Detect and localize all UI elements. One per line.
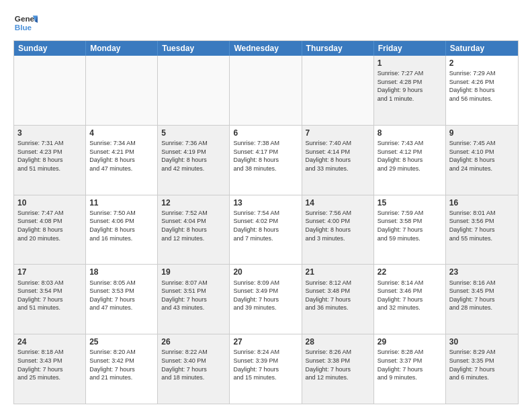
cell-info: Sunrise: 7:45 AM Sunset: 4:10 PM Dayligh… (449, 139, 515, 173)
day-number: 30 (449, 336, 515, 347)
calendar-cell-4: 4Sunrise: 7:34 AM Sunset: 4:21 PM Daylig… (86, 126, 158, 195)
calendar-cell-30: 30Sunrise: 8:29 AM Sunset: 3:35 PM Dayli… (446, 334, 518, 404)
header-day-thursday: Thursday (302, 41, 374, 56)
calendar-cell-10: 10Sunrise: 7:47 AM Sunset: 4:08 PM Dayli… (14, 195, 86, 265)
cell-info: Sunrise: 8:03 AM Sunset: 3:54 PM Dayligh… (17, 279, 82, 312)
cell-info: Sunrise: 7:40 AM Sunset: 4:14 PM Dayligh… (306, 139, 370, 173)
calendar-cell-9: 9Sunrise: 7:45 AM Sunset: 4:10 PM Daylig… (446, 126, 518, 195)
svg-text:Blue: Blue (15, 23, 32, 32)
logo-icon: General Blue (13, 11, 38, 35)
day-number: 12 (161, 197, 226, 208)
day-number: 10 (17, 197, 82, 208)
day-number: 13 (233, 197, 298, 208)
calendar-cell-28: 28Sunrise: 8:26 AM Sunset: 3:38 PM Dayli… (302, 334, 374, 404)
calendar-cell-18: 18Sunrise: 8:05 AM Sunset: 3:53 PM Dayli… (86, 265, 158, 334)
calendar-cell-15: 15Sunrise: 7:59 AM Sunset: 3:58 PM Dayli… (374, 195, 446, 265)
cell-info: Sunrise: 7:29 AM Sunset: 4:26 PM Dayligh… (449, 69, 515, 103)
day-number: 20 (233, 267, 298, 277)
calendar-row-4: 24Sunrise: 8:18 AM Sunset: 3:43 PM Dayli… (14, 334, 518, 404)
header-day-friday: Friday (374, 41, 446, 56)
cell-info: Sunrise: 8:20 AM Sunset: 3:42 PM Dayligh… (89, 348, 154, 381)
calendar-cell-25: 25Sunrise: 8:20 AM Sunset: 3:42 PM Dayli… (86, 334, 158, 404)
cell-info: Sunrise: 7:38 AM Sunset: 4:17 PM Dayligh… (233, 139, 298, 173)
cell-info: Sunrise: 8:05 AM Sunset: 3:53 PM Dayligh… (89, 279, 154, 312)
day-number: 18 (89, 267, 154, 277)
cell-info: Sunrise: 7:54 AM Sunset: 4:02 PM Dayligh… (233, 209, 298, 242)
day-number: 5 (161, 128, 226, 138)
cell-info: Sunrise: 8:14 AM Sunset: 3:46 PM Dayligh… (378, 279, 442, 312)
calendar-body: 1Sunrise: 7:27 AM Sunset: 4:28 PM Daylig… (14, 56, 518, 404)
day-number: 3 (17, 128, 82, 138)
calendar-cell-19: 19Sunrise: 8:07 AM Sunset: 3:51 PM Dayli… (158, 265, 230, 334)
calendar-cell-empty-0-3 (230, 56, 302, 125)
cell-info: Sunrise: 7:31 AM Sunset: 4:23 PM Dayligh… (17, 139, 82, 173)
cell-info: Sunrise: 7:36 AM Sunset: 4:19 PM Dayligh… (161, 139, 226, 173)
day-number: 19 (161, 267, 226, 277)
cell-info: Sunrise: 7:27 AM Sunset: 4:28 PM Dayligh… (378, 69, 442, 103)
calendar-cell-23: 23Sunrise: 8:16 AM Sunset: 3:45 PM Dayli… (446, 265, 518, 334)
day-number: 22 (378, 267, 442, 277)
header-day-monday: Monday (86, 41, 158, 56)
calendar-cell-24: 24Sunrise: 8:18 AM Sunset: 3:43 PM Dayli… (14, 334, 86, 404)
cell-info: Sunrise: 8:28 AM Sunset: 3:37 PM Dayligh… (378, 348, 442, 381)
calendar-cell-6: 6Sunrise: 7:38 AM Sunset: 4:17 PM Daylig… (230, 126, 302, 195)
calendar-cell-17: 17Sunrise: 8:03 AM Sunset: 3:54 PM Dayli… (14, 265, 86, 334)
day-number: 21 (306, 267, 370, 277)
calendar-cell-20: 20Sunrise: 8:09 AM Sunset: 3:49 PM Dayli… (230, 265, 302, 334)
cell-info: Sunrise: 8:12 AM Sunset: 3:48 PM Dayligh… (306, 279, 370, 312)
calendar-row-2: 10Sunrise: 7:47 AM Sunset: 4:08 PM Dayli… (14, 195, 518, 265)
header: General Blue (13, 11, 519, 35)
day-number: 16 (449, 197, 515, 208)
cell-info: Sunrise: 8:24 AM Sunset: 3:39 PM Dayligh… (233, 348, 298, 381)
day-number: 8 (378, 128, 442, 138)
day-number: 28 (306, 336, 370, 347)
cell-info: Sunrise: 8:16 AM Sunset: 3:45 PM Dayligh… (449, 279, 515, 312)
calendar-cell-1: 1Sunrise: 7:27 AM Sunset: 4:28 PM Daylig… (374, 56, 446, 125)
day-number: 6 (233, 128, 298, 138)
calendar-cell-26: 26Sunrise: 8:22 AM Sunset: 3:40 PM Dayli… (158, 334, 230, 404)
calendar-cell-empty-0-0 (14, 56, 86, 125)
calendar-row-0: 1Sunrise: 7:27 AM Sunset: 4:28 PM Daylig… (14, 56, 518, 125)
calendar-cell-empty-0-2 (158, 56, 230, 125)
day-number: 9 (449, 128, 515, 138)
logo: General Blue (13, 11, 38, 35)
calendar-cell-14: 14Sunrise: 7:56 AM Sunset: 4:00 PM Dayli… (302, 195, 374, 265)
calendar-cell-7: 7Sunrise: 7:40 AM Sunset: 4:14 PM Daylig… (302, 126, 374, 195)
cell-info: Sunrise: 7:34 AM Sunset: 4:21 PM Dayligh… (89, 139, 154, 173)
header-day-wednesday: Wednesday (230, 41, 302, 56)
header-day-tuesday: Tuesday (158, 41, 230, 56)
day-number: 4 (89, 128, 154, 138)
cell-info: Sunrise: 7:43 AM Sunset: 4:12 PM Dayligh… (378, 139, 442, 173)
calendar-row-1: 3Sunrise: 7:31 AM Sunset: 4:23 PM Daylig… (14, 125, 518, 195)
day-number: 17 (17, 267, 82, 277)
header-day-sunday: Sunday (14, 41, 86, 56)
calendar-cell-13: 13Sunrise: 7:54 AM Sunset: 4:02 PM Dayli… (230, 195, 302, 265)
calendar-cell-29: 29Sunrise: 8:28 AM Sunset: 3:37 PM Dayli… (374, 334, 446, 404)
cell-info: Sunrise: 7:59 AM Sunset: 3:58 PM Dayligh… (378, 209, 442, 242)
calendar-cell-empty-0-4 (302, 56, 374, 125)
calendar-cell-22: 22Sunrise: 8:14 AM Sunset: 3:46 PM Dayli… (374, 265, 446, 334)
calendar-cell-8: 8Sunrise: 7:43 AM Sunset: 4:12 PM Daylig… (374, 126, 446, 195)
day-number: 1 (378, 58, 442, 68)
cell-info: Sunrise: 7:47 AM Sunset: 4:08 PM Dayligh… (17, 209, 82, 242)
day-number: 24 (17, 336, 82, 347)
cell-info: Sunrise: 8:01 AM Sunset: 3:56 PM Dayligh… (449, 209, 515, 242)
calendar-cell-5: 5Sunrise: 7:36 AM Sunset: 4:19 PM Daylig… (158, 126, 230, 195)
header-day-saturday: Saturday (446, 41, 518, 56)
calendar: SundayMondayTuesdayWednesdayThursdayFrid… (13, 40, 519, 404)
page: General Blue SundayMondayTuesdayWednesda… (0, 0, 532, 411)
day-number: 14 (306, 197, 370, 208)
calendar-cell-27: 27Sunrise: 8:24 AM Sunset: 3:39 PM Dayli… (230, 334, 302, 404)
calendar-cell-11: 11Sunrise: 7:50 AM Sunset: 4:06 PM Dayli… (86, 195, 158, 265)
day-number: 2 (449, 58, 515, 68)
cell-info: Sunrise: 8:26 AM Sunset: 3:38 PM Dayligh… (306, 348, 370, 381)
calendar-cell-empty-0-1 (86, 56, 158, 125)
day-number: 11 (89, 197, 154, 208)
cell-info: Sunrise: 7:52 AM Sunset: 4:04 PM Dayligh… (161, 209, 226, 242)
cell-info: Sunrise: 8:22 AM Sunset: 3:40 PM Dayligh… (161, 348, 226, 381)
cell-info: Sunrise: 7:50 AM Sunset: 4:06 PM Dayligh… (89, 209, 154, 242)
day-number: 25 (89, 336, 154, 347)
calendar-cell-12: 12Sunrise: 7:52 AM Sunset: 4:04 PM Dayli… (158, 195, 230, 265)
day-number: 26 (161, 336, 226, 347)
cell-info: Sunrise: 8:18 AM Sunset: 3:43 PM Dayligh… (17, 348, 82, 381)
